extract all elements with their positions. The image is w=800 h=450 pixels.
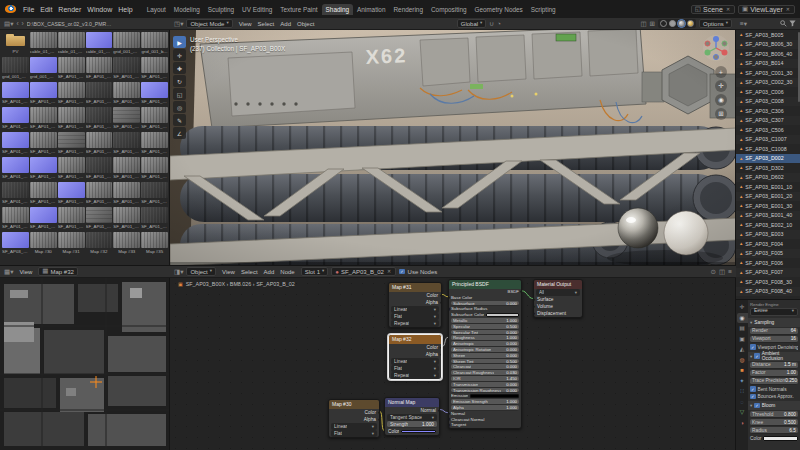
scene-selector[interactable]: ◱ Scene ✕: [691, 5, 735, 14]
outliner-item[interactable]: ▲SF_AP03_E002_10: [736, 220, 800, 230]
cursor-tool[interactable]: ✛: [173, 49, 186, 61]
properties-tab-output[interactable]: ▤: [737, 323, 748, 333]
outliner-item[interactable]: ▲SF_AP03_B005: [736, 30, 800, 40]
node-bsdf[interactable]: Principled BSDFBSDFBase ColorSubsurface0…: [448, 279, 522, 429]
menu-render[interactable]: Render: [55, 6, 84, 13]
texture-thumbnail[interactable]: SF_AP01_C_0: [86, 207, 113, 231]
outliner-item[interactable]: ▲SF_AP03_C1008: [736, 144, 800, 154]
tab-layout[interactable]: Layout: [143, 4, 170, 15]
rotate-tool[interactable]: ↻: [173, 75, 186, 87]
texture-thumbnail[interactable]: SF_AP01_B_0: [58, 107, 85, 131]
prop-factor[interactable]: Factor1.00: [750, 370, 798, 377]
texture-thumbnail[interactable]: SF_AP01_A_0: [113, 57, 140, 81]
navigation-gizmo[interactable]: [702, 34, 730, 62]
material-slot-selector[interactable]: Slot 1▾: [301, 267, 329, 276]
prop-trace-precision[interactable]: Trace Precision0.250: [750, 378, 798, 385]
folder-item[interactable]: PV: [2, 32, 29, 56]
outliner-item[interactable]: ▲SF_AP03_F006: [736, 258, 800, 268]
blender-logo-icon[interactable]: [5, 5, 16, 13]
node-dropdown-flat[interactable]: Flat▾: [391, 313, 439, 320]
node-menu-view[interactable]: View: [219, 269, 238, 275]
image-menu-view[interactable]: View: [16, 269, 35, 275]
outliner-item[interactable]: ▲SF_AP03_C307: [736, 116, 800, 126]
outliner-item[interactable]: ▲SF_AP03_E001_10: [736, 182, 800, 192]
texture-thumbnail[interactable]: SF_AP01_C_0: [30, 207, 57, 231]
texture-thumbnail[interactable]: SF_AP01_B_0: [141, 107, 168, 131]
socket-color[interactable]: [378, 411, 379, 415]
viewport-canvas[interactable]: X62: [170, 30, 736, 266]
outliner-item[interactable]: ▲SF_AP03_C006: [736, 87, 800, 97]
texture-thumbnail[interactable]: SF_AP01_C_0: [113, 182, 140, 206]
node-slider-transmission[interactable]: Transmission0.000: [451, 382, 519, 388]
node-map30[interactable]: Map #30ColorAlphaLinear▾Flat▾: [328, 399, 380, 438]
texture-thumbnail[interactable]: SF_AP01_C_0: [86, 182, 113, 206]
tab-texture-paint[interactable]: Texture Paint: [276, 4, 321, 15]
file-path[interactable]: D:\BOX_CASES_or.02_v3.0_PMR…: [27, 21, 112, 27]
node-dropdown-linear[interactable]: Linear▾: [391, 306, 439, 313]
outliner-editor-icon[interactable]: ≡▾: [740, 20, 747, 28]
shader-editor-icon[interactable]: ◨▾: [174, 268, 183, 276]
forward-icon[interactable]: ›: [22, 20, 24, 27]
shader-type-selector[interactable]: Object▾: [186, 267, 216, 276]
socket-bsdf[interactable]: [520, 290, 521, 294]
properties-tab-object[interactable]: ■: [737, 365, 748, 375]
transform-tool[interactable]: ◎: [173, 101, 186, 113]
color-swatch[interactable]: [486, 313, 519, 317]
node-dropdown-flat[interactable]: Flat▾: [331, 430, 377, 437]
texture-thumbnail[interactable]: SF_AP01_B_0: [2, 107, 29, 131]
image-editor-icon[interactable]: ▦▾: [4, 268, 13, 276]
prop-threshold[interactable]: Threshold0.800: [750, 411, 798, 418]
tab-shading[interactable]: Shading: [322, 4, 353, 15]
file-browser-editor-icon[interactable]: ▤▾: [4, 20, 13, 28]
xray-toggle-icon[interactable]: ⊞: [650, 20, 655, 28]
options-dropdown[interactable]: Options▾: [699, 19, 732, 28]
checkbox[interactable]: ✓: [750, 394, 756, 400]
filter-icon[interactable]: [789, 20, 796, 27]
socket-normal[interactable]: [438, 409, 439, 413]
mode-selector[interactable]: Object Mode▾: [186, 19, 232, 28]
node-dropdown-flat[interactable]: Flat▾: [391, 365, 439, 372]
texture-thumbnail[interactable]: SF_AP01_B_0: [30, 157, 57, 181]
viewport-menu-select[interactable]: Select: [255, 21, 278, 27]
use-nodes-checkbox[interactable]: ✓: [399, 269, 405, 275]
texture-thumbnail[interactable]: cable_01_b…: [30, 32, 57, 56]
texture-thumbnail[interactable]: SF_AP01_C_0: [86, 157, 113, 181]
texture-thumbnail[interactable]: SF_AP01_A_0: [86, 57, 113, 81]
outliner-item[interactable]: ▲SF_AP03_C306: [736, 106, 800, 116]
texture-thumbnail[interactable]: Map #31: [58, 232, 85, 256]
node-slider-specular[interactable]: Specular0.500: [451, 324, 519, 330]
node-menu-add[interactable]: Add: [261, 269, 278, 275]
outliner-item[interactable]: ▲SF_AP03_E001_40: [736, 211, 800, 221]
texture-thumbnail[interactable]: grid_001_A…: [113, 32, 140, 56]
checkbox[interactable]: ✓: [750, 344, 756, 350]
node-dropdown-linear[interactable]: Linear▾: [331, 423, 377, 430]
zoom-icon[interactable]: +: [715, 66, 727, 78]
node-map31[interactable]: Map #31ColorAlphaLinear▾Flat▾Repeat▾: [388, 282, 442, 328]
texture-thumbnail[interactable]: Map #30: [30, 232, 57, 256]
outliner-item[interactable]: ▲SF_AP03_C506: [736, 125, 800, 135]
checkbox[interactable]: ✓: [750, 386, 756, 392]
node-slider-sheen[interactable]: Sheen0.000: [451, 353, 519, 359]
node-dropdown-all[interactable]: All▾: [536, 289, 580, 296]
prop-bounces-approx[interactable]: ✓Bounces Approx.: [750, 393, 798, 400]
outliner-item[interactable]: ▲SF_AP03_F008_30: [736, 277, 800, 287]
wireframe-shading-icon[interactable]: [660, 20, 667, 27]
section-checkbox[interactable]: ✓: [754, 353, 760, 359]
socket-surface[interactable]: [534, 298, 535, 302]
texture-thumbnail[interactable]: SF_AP01_C_0: [113, 207, 140, 231]
texture-thumbnail[interactable]: SF_AP01_B_0: [58, 132, 85, 156]
outliner-item[interactable]: ▲SF_AP03_B006_40: [736, 49, 800, 59]
node-dropdown-repeat[interactable]: Repeat▾: [391, 320, 439, 327]
move-tool[interactable]: ✚: [173, 62, 186, 74]
texture-thumbnail[interactable]: SF_AP01_C_0: [141, 157, 168, 181]
socket-alpha[interactable]: [440, 353, 441, 357]
texture-thumbnail[interactable]: SF_AP01_B_0: [2, 157, 29, 181]
tab-scripting[interactable]: Scripting: [527, 4, 560, 15]
outliner-item[interactable]: ▲SF_AP03_E003: [736, 230, 800, 240]
outliner-item[interactable]: ▲SF_AP03_B006_30: [736, 40, 800, 50]
texture-thumbnail[interactable]: SF_AP01_B_0: [113, 107, 140, 131]
tab-geometry-nodes[interactable]: Geometry Nodes: [471, 4, 527, 15]
texture-thumbnail[interactable]: SF_AP01_B_0: [2, 132, 29, 156]
properties-tab-modifiers[interactable]: ✦: [737, 376, 748, 386]
snapping-icon[interactable]: ≡: [728, 268, 732, 275]
